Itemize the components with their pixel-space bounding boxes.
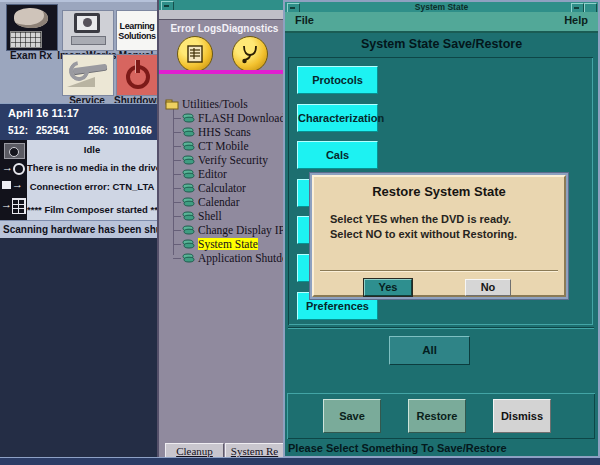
status-connection: Connection error: CTN_LTA xyxy=(27,181,157,192)
dialog-separator xyxy=(320,270,558,272)
characterization-button[interactable]: Characterization xyxy=(297,104,378,132)
scanner-status-bar: Scanning hardware has been shut down. xyxy=(0,220,158,240)
window-title: System State xyxy=(285,2,598,12)
tree-item-change-display-ip[interactable]: Change Display IP xyxy=(173,223,289,237)
tool-disc-icon xyxy=(182,197,195,207)
tool-disc-icon xyxy=(182,239,195,249)
restore-dialog: Restore System State Select YES when the… xyxy=(309,172,569,300)
imageworks-icon[interactable] xyxy=(62,10,114,51)
logo-line1: Learning xyxy=(117,21,157,31)
connection-box-icon xyxy=(2,181,11,189)
counter-256-label: 256: xyxy=(88,125,108,136)
scan-grid xyxy=(10,31,42,48)
head-scan-image xyxy=(14,8,48,28)
dialog-line-1: Select YES when the DVD is ready. xyxy=(330,213,511,225)
status-message-area: → → → Idle There is no media in the driv… xyxy=(0,140,157,220)
tool-disc-icon xyxy=(182,113,195,123)
tree-item-system-state[interactable]: System State xyxy=(173,237,289,251)
diagnostics-label: Diagnostics xyxy=(221,23,279,34)
error-logs-label: Error Logs xyxy=(167,23,225,34)
counter-512-label: 512: xyxy=(8,125,28,136)
exam-rx-label: Exam Rx xyxy=(4,50,58,61)
empty-display-area xyxy=(0,238,159,465)
dialog-title: Restore System State xyxy=(314,184,564,199)
tool-disc-icon xyxy=(182,127,195,137)
dialog-line-2: Select NO to exit without Restoring. xyxy=(330,228,517,240)
tree-item-editor[interactable]: Editor xyxy=(173,167,289,181)
tool-disc-icon xyxy=(182,141,195,151)
tree-item-calculator[interactable]: Calculator xyxy=(173,181,289,195)
status-idle: Idle xyxy=(27,144,157,155)
disc-icon xyxy=(13,163,25,175)
error-logs-button[interactable] xyxy=(177,36,213,72)
utilities-tree: Utilities/Tools FLASH Download To HHS Sc… xyxy=(163,96,285,261)
tree-item-application-shutdown[interactable]: Application Shutdown xyxy=(173,251,289,265)
diagnostics-button[interactable] xyxy=(232,36,268,72)
window-menubar: File Help xyxy=(285,12,598,33)
tool-disc-icon xyxy=(182,183,195,193)
datetime-text: April 16 11:17 xyxy=(8,107,79,119)
image-counters-bar: 512: 252541 256: 1010166 xyxy=(0,122,157,140)
tool-disc-icon xyxy=(182,211,195,221)
utilities-menustrip xyxy=(159,10,285,20)
cals-button[interactable]: Cals xyxy=(297,141,378,169)
exam-rx-icon[interactable] xyxy=(6,4,58,51)
tree-item-shell[interactable]: Shell xyxy=(173,209,289,223)
tree-item-flash-download[interactable]: FLASH Download To xyxy=(173,111,289,125)
divider xyxy=(288,327,594,329)
protocols-button[interactable]: Protocols xyxy=(297,66,378,94)
tree-item-hhs-scans[interactable]: HHS Scans xyxy=(173,125,289,139)
counter-512-value: 252541 xyxy=(36,125,69,136)
dismiss-button[interactable]: Dismiss xyxy=(493,399,551,433)
datetime-bar: April 16 11:17 xyxy=(0,103,157,123)
window-status-text: Please Select Something To Save/Restore xyxy=(288,442,507,454)
yes-button[interactable]: Yes xyxy=(364,279,412,296)
status-media: There is no media in the drive. xyxy=(27,162,157,173)
status-icon-column: → → → xyxy=(0,140,27,220)
learning-solutions-logo[interactable]: Learning Solutions xyxy=(116,10,158,51)
film-composer-icon xyxy=(12,198,26,214)
service-icon[interactable] xyxy=(62,54,114,96)
action-button-strip: Save Restore Dismiss xyxy=(287,393,595,439)
no-button[interactable]: No xyxy=(465,279,511,296)
page-title: System State Save/Restore xyxy=(285,31,598,56)
shutdown-icon[interactable] xyxy=(116,54,158,96)
camera-icon xyxy=(4,143,25,159)
tool-disc-icon xyxy=(182,155,195,165)
magenta-divider xyxy=(159,70,285,74)
tree-item-calendar[interactable]: Calendar xyxy=(173,195,289,209)
utilities-panel: Error Logs Diagnostics xyxy=(157,0,285,465)
tool-disc-icon xyxy=(182,253,195,263)
bottom-edge-strip xyxy=(0,457,600,465)
launcher-panel: Exam Rx ImageWorks Learning Solutions Ma… xyxy=(0,0,157,465)
menu-help[interactable]: Help xyxy=(564,14,588,26)
folder-icon xyxy=(165,99,179,110)
status-film: **** Film Composer started **** xyxy=(27,204,157,215)
selected-tree-item: System State xyxy=(198,238,258,250)
tree-root-utilities-tools[interactable]: Utilities/Tools xyxy=(165,97,248,111)
restore-button[interactable]: Restore xyxy=(408,399,466,433)
tool-disc-icon xyxy=(182,225,195,235)
screen: Exam Rx ImageWorks Learning Solutions Ma… xyxy=(0,0,600,465)
counter-256-value: 1010166 xyxy=(113,125,152,136)
menu-file[interactable]: File xyxy=(295,14,314,26)
stethoscope-icon xyxy=(240,44,260,64)
monitor-icon xyxy=(74,13,100,33)
logo-line2: Solutions xyxy=(117,31,157,41)
tool-disc-icon xyxy=(182,169,195,179)
save-button[interactable]: Save xyxy=(323,399,381,433)
tree-item-ct-mobile[interactable]: CT Mobile xyxy=(173,139,289,153)
restore-dialog-body: Restore System State Select YES when the… xyxy=(312,175,566,297)
log-sheet-icon xyxy=(185,44,205,64)
all-button[interactable]: All xyxy=(389,336,470,365)
tree-item-verify-security[interactable]: Verify Security xyxy=(173,153,289,167)
